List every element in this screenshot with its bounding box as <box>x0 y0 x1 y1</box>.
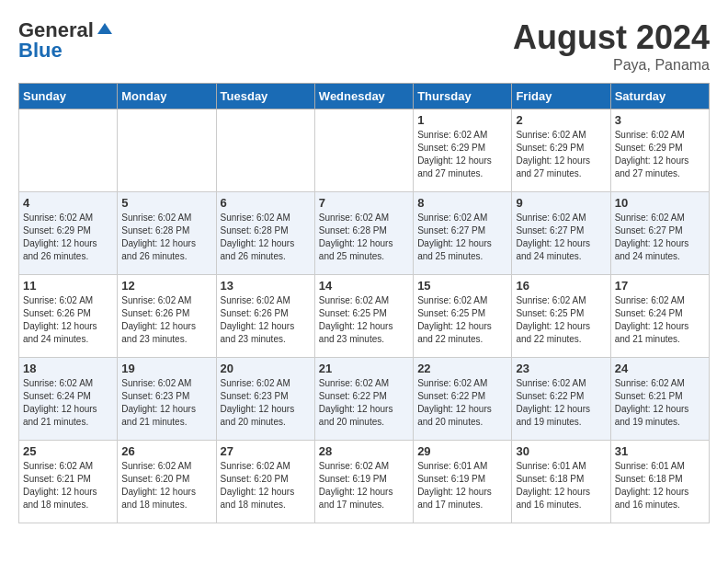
day-info: Sunrise: 6:02 AM Sunset: 6:21 PM Dayligh… <box>23 460 113 511</box>
calendar-cell: 21Sunrise: 6:02 AM Sunset: 6:22 PM Dayli… <box>314 358 413 441</box>
calendar-table: SundayMondayTuesdayWednesdayThursdayFrid… <box>18 83 710 523</box>
calendar-week-row: 18Sunrise: 6:02 AM Sunset: 6:24 PM Dayli… <box>19 358 710 441</box>
weekday-header-wednesday: Wednesday <box>314 84 413 109</box>
day-number: 2 <box>516 113 606 127</box>
day-number: 18 <box>23 362 113 375</box>
day-number: 30 <box>516 444 606 458</box>
calendar-cell: 23Sunrise: 6:02 AM Sunset: 6:22 PM Dayli… <box>512 358 610 441</box>
day-number: 29 <box>417 444 507 458</box>
day-number: 14 <box>319 279 409 293</box>
day-info: Sunrise: 6:02 AM Sunset: 6:23 PM Dayligh… <box>121 377 211 429</box>
day-number: 4 <box>23 196 113 210</box>
calendar-cell: 4Sunrise: 6:02 AM Sunset: 6:29 PM Daylig… <box>19 192 118 275</box>
day-info: Sunrise: 6:02 AM Sunset: 6:28 PM Dayligh… <box>221 212 311 263</box>
calendar-cell: 17Sunrise: 6:02 AM Sunset: 6:24 PM Dayli… <box>610 275 709 358</box>
day-info: Sunrise: 6:02 AM Sunset: 6:27 PM Dayligh… <box>615 212 705 263</box>
day-info: Sunrise: 6:02 AM Sunset: 6:25 PM Dayligh… <box>516 294 606 346</box>
day-info: Sunrise: 6:02 AM Sunset: 6:22 PM Dayligh… <box>516 377 606 429</box>
day-number: 9 <box>516 196 606 210</box>
day-number: 5 <box>121 196 211 210</box>
calendar-cell: 28Sunrise: 6:02 AM Sunset: 6:19 PM Dayli… <box>314 441 413 523</box>
day-number: 31 <box>615 444 705 458</box>
calendar-cell: 8Sunrise: 6:02 AM Sunset: 6:27 PM Daylig… <box>414 192 512 275</box>
calendar-cell: 1Sunrise: 6:02 AM Sunset: 6:29 PM Daylig… <box>414 109 512 192</box>
weekday-header-row: SundayMondayTuesdayWednesdayThursdayFrid… <box>19 84 710 109</box>
location-subtitle: Paya, Panama <box>513 57 710 74</box>
day-info: Sunrise: 6:02 AM Sunset: 6:29 PM Dayligh… <box>516 129 606 180</box>
day-number: 19 <box>121 362 211 375</box>
calendar-cell: 5Sunrise: 6:02 AM Sunset: 6:28 PM Daylig… <box>118 192 216 275</box>
day-info: Sunrise: 6:02 AM Sunset: 6:21 PM Dayligh… <box>615 377 705 429</box>
day-number: 8 <box>417 196 507 210</box>
calendar-cell: 25Sunrise: 6:02 AM Sunset: 6:21 PM Dayli… <box>19 441 118 523</box>
weekday-header-monday: Monday <box>118 84 216 109</box>
day-info: Sunrise: 6:02 AM Sunset: 6:20 PM Dayligh… <box>121 460 211 511</box>
day-number: 25 <box>23 444 113 458</box>
day-number: 3 <box>615 113 705 127</box>
title-section: August 2024 Paya, Panama <box>513 18 710 74</box>
day-info: Sunrise: 6:02 AM Sunset: 6:22 PM Dayligh… <box>417 377 507 429</box>
calendar-cell <box>216 109 314 192</box>
calendar-cell: 30Sunrise: 6:01 AM Sunset: 6:18 PM Dayli… <box>512 441 610 523</box>
day-info: Sunrise: 6:01 AM Sunset: 6:18 PM Dayligh… <box>516 460 606 511</box>
calendar-cell: 22Sunrise: 6:02 AM Sunset: 6:22 PM Dayli… <box>414 358 512 441</box>
calendar-cell: 14Sunrise: 6:02 AM Sunset: 6:25 PM Dayli… <box>314 275 413 358</box>
calendar-cell: 13Sunrise: 6:02 AM Sunset: 6:26 PM Dayli… <box>216 275 314 358</box>
calendar-cell: 19Sunrise: 6:02 AM Sunset: 6:23 PM Dayli… <box>118 358 216 441</box>
day-number: 17 <box>615 279 705 293</box>
logo-blue-text: Blue <box>18 39 63 63</box>
day-info: Sunrise: 6:01 AM Sunset: 6:19 PM Dayligh… <box>417 460 507 511</box>
weekday-header-tuesday: Tuesday <box>216 84 314 109</box>
day-info: Sunrise: 6:02 AM Sunset: 6:29 PM Dayligh… <box>615 129 705 180</box>
day-info: Sunrise: 6:02 AM Sunset: 6:25 PM Dayligh… <box>319 294 409 346</box>
day-number: 11 <box>23 279 113 293</box>
calendar-cell: 11Sunrise: 6:02 AM Sunset: 6:26 PM Dayli… <box>19 275 118 358</box>
day-number: 12 <box>121 279 211 293</box>
calendar-week-row: 25Sunrise: 6:02 AM Sunset: 6:21 PM Dayli… <box>19 441 710 523</box>
day-info: Sunrise: 6:02 AM Sunset: 6:26 PM Dayligh… <box>221 294 311 346</box>
day-number: 20 <box>221 362 311 375</box>
calendar-cell: 12Sunrise: 6:02 AM Sunset: 6:26 PM Dayli… <box>118 275 216 358</box>
calendar-week-row: 4Sunrise: 6:02 AM Sunset: 6:29 PM Daylig… <box>19 192 710 275</box>
day-number: 15 <box>417 279 507 293</box>
day-info: Sunrise: 6:02 AM Sunset: 6:29 PM Dayligh… <box>417 129 507 180</box>
calendar-cell: 2Sunrise: 6:02 AM Sunset: 6:29 PM Daylig… <box>512 109 610 192</box>
day-number: 23 <box>516 362 606 375</box>
day-info: Sunrise: 6:02 AM Sunset: 6:19 PM Dayligh… <box>319 460 409 511</box>
calendar-cell <box>118 109 216 192</box>
day-number: 6 <box>221 196 311 210</box>
weekday-header-thursday: Thursday <box>414 84 512 109</box>
calendar-cell: 31Sunrise: 6:01 AM Sunset: 6:18 PM Dayli… <box>610 441 709 523</box>
calendar-cell: 3Sunrise: 6:02 AM Sunset: 6:29 PM Daylig… <box>610 109 709 192</box>
day-info: Sunrise: 6:02 AM Sunset: 6:22 PM Dayligh… <box>319 377 409 429</box>
calendar-cell: 20Sunrise: 6:02 AM Sunset: 6:23 PM Dayli… <box>216 358 314 441</box>
day-number: 16 <box>516 279 606 293</box>
day-info: Sunrise: 6:02 AM Sunset: 6:28 PM Dayligh… <box>319 212 409 263</box>
calendar-cell <box>19 109 118 192</box>
day-info: Sunrise: 6:02 AM Sunset: 6:24 PM Dayligh… <box>615 294 705 346</box>
day-number: 22 <box>417 362 507 375</box>
day-info: Sunrise: 6:01 AM Sunset: 6:18 PM Dayligh… <box>615 460 705 511</box>
day-number: 26 <box>121 444 211 458</box>
calendar-cell: 27Sunrise: 6:02 AM Sunset: 6:20 PM Dayli… <box>216 441 314 523</box>
weekday-header-saturday: Saturday <box>610 84 709 109</box>
calendar-week-row: 1Sunrise: 6:02 AM Sunset: 6:29 PM Daylig… <box>19 109 710 192</box>
calendar-cell <box>314 109 413 192</box>
calendar-cell: 6Sunrise: 6:02 AM Sunset: 6:28 PM Daylig… <box>216 192 314 275</box>
logo: General Blue <box>18 18 114 63</box>
day-info: Sunrise: 6:02 AM Sunset: 6:26 PM Dayligh… <box>23 294 113 346</box>
day-info: Sunrise: 6:02 AM Sunset: 6:25 PM Dayligh… <box>417 294 507 346</box>
day-number: 7 <box>319 196 409 210</box>
day-info: Sunrise: 6:02 AM Sunset: 6:28 PM Dayligh… <box>121 212 211 263</box>
calendar-cell: 9Sunrise: 6:02 AM Sunset: 6:27 PM Daylig… <box>512 192 610 275</box>
day-number: 10 <box>615 196 705 210</box>
page-header: General Blue August 2024 Paya, Panama <box>18 18 710 74</box>
day-number: 27 <box>221 444 311 458</box>
calendar-cell: 29Sunrise: 6:01 AM Sunset: 6:19 PM Dayli… <box>414 441 512 523</box>
day-number: 21 <box>319 362 409 375</box>
calendar-cell: 15Sunrise: 6:02 AM Sunset: 6:25 PM Dayli… <box>414 275 512 358</box>
calendar-cell: 16Sunrise: 6:02 AM Sunset: 6:25 PM Dayli… <box>512 275 610 358</box>
logo-icon <box>96 21 114 40</box>
day-number: 24 <box>615 362 705 375</box>
day-info: Sunrise: 6:02 AM Sunset: 6:29 PM Dayligh… <box>23 212 113 263</box>
